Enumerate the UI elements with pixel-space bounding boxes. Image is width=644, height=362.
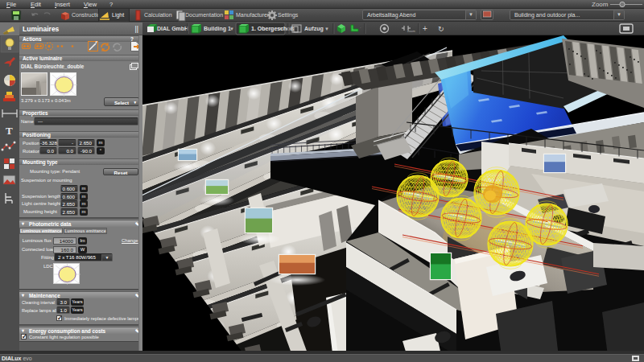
svg-text:zoom: zoom [407, 29, 415, 33]
svg-text:▼: ▼ [279, 27, 283, 31]
svg-text:·: · [360, 25, 361, 30]
svg-text:T: T [6, 125, 13, 137]
svg-text:+: + [423, 24, 427, 33]
svg-text:▼: ▼ [324, 27, 329, 31]
svg-text:↻: ↻ [438, 25, 444, 33]
svg-text:Aufzug: Aufzug [304, 26, 324, 32]
svg-text:▼: ▼ [229, 27, 234, 31]
svg-text:DIAL GmbH: DIAL GmbH [157, 26, 188, 31]
svg-text:Building 1: Building 1 [204, 26, 231, 32]
